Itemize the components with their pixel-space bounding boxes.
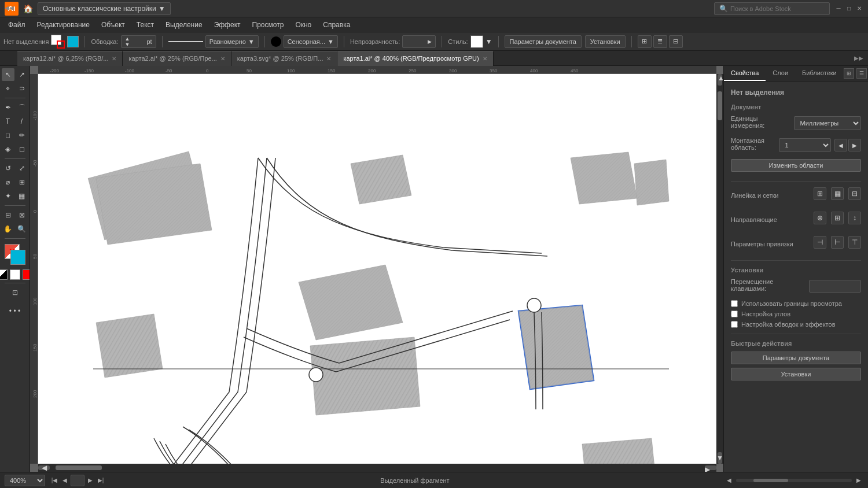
guide-icon-3[interactable]: ↕ [848,212,861,224]
change-areas-btn[interactable]: Изменить области [731,159,861,172]
arrange-btn-2[interactable]: ≣ [653,35,667,48]
panel-icon-2[interactable]: ☰ [856,68,867,79]
opacity-input[interactable]: 100% ▶ [402,35,436,48]
pencil-tool[interactable]: ✏ [16,129,28,142]
free-transform[interactable]: ⊞ [16,176,28,188]
zoom-tool[interactable]: 🔍 [16,223,28,235]
menu-effect[interactable]: Эффект [208,17,247,32]
tab-2[interactable]: карта3.svg* @ 25% (RGB/П... ✕ [231,51,338,66]
guide-icon-2[interactable]: ⊞ [831,212,844,224]
panel-tab-layers[interactable]: Слои [766,66,795,81]
guide-icon-1[interactable]: ⊕ [814,212,826,224]
scroll-thumb-bottom[interactable]: ▼ [718,452,722,464]
zoom-select[interactable]: 400% [5,475,45,486]
change-screen-mode[interactable]: ⊡ [9,286,21,299]
scroll-thumb-main[interactable] [718,91,722,120]
minimize-button[interactable]: ─ [834,5,843,13]
ruler-icon-2[interactable]: ▦ [831,187,844,200]
graph-tool[interactable]: ▦ [16,190,28,202]
more-tools-btn[interactable]: • • • [9,305,21,317]
search-input[interactable] [730,5,823,12]
pen-tool[interactable]: ✒ [2,101,14,114]
style-dropdown-icon[interactable]: ▼ [486,38,492,46]
fill-color[interactable] [51,35,65,49]
line-tool[interactable]: / [16,115,28,128]
magic-wand-tool[interactable]: ⌖ [2,82,14,95]
arrange-btn-1[interactable]: ⊞ [638,35,652,48]
view-bounds-checkbox[interactable] [731,300,738,307]
last-page-btn[interactable]: ▶| [96,476,105,485]
artboard-tool[interactable]: ⊟ [2,209,14,221]
none-color[interactable] [0,269,8,280]
menu-window[interactable]: Окно [289,17,317,32]
menu-help[interactable]: Справка [317,17,356,32]
corner-settings-checkbox[interactable] [731,310,738,317]
canvas-area[interactable]: -200-150-100 -50050 100150200 250300350 … [30,66,723,472]
units-select[interactable]: Миллиметры [794,116,862,130]
first-page-btn[interactable]: |◀ [50,476,59,485]
tab-0-close[interactable]: ✕ [112,56,116,62]
symbol-tool[interactable]: ✦ [2,190,14,202]
type-tool[interactable]: T [2,115,14,128]
scroll-thumb-top[interactable]: ▲ [718,74,722,86]
ruler-icon-3[interactable]: ⊟ [848,187,861,200]
prev-page-btn[interactable]: ◀ [60,476,69,485]
tabs-scroll-right[interactable]: ▶▶ [854,55,868,61]
tab-1[interactable]: карта2.ai* @ 25% (RGB/Пре... ✕ [123,51,231,66]
scale-tool[interactable]: ⤢ [16,162,28,175]
arrange-btn-3[interactable]: ⊟ [669,35,683,48]
hand-tool[interactable]: ✋ [2,223,14,235]
opacity-arrow[interactable]: ▶ [428,39,432,45]
eraser-tool[interactable]: ◻ [16,143,28,156]
home-icon[interactable]: 🏠 [23,4,33,13]
red-color[interactable] [23,269,31,280]
menu-view[interactable]: Просмотр [247,17,290,32]
doc-params-btn2[interactable]: Параметры документа [731,352,861,364]
panel-tab-properties[interactable]: Свойства [724,66,766,81]
lasso-tool[interactable]: ⊃ [16,82,28,95]
scroll-h-left[interactable]: ◀ [38,465,50,470]
menu-select[interactable]: Выделение [160,17,208,32]
curvature-tool[interactable]: ⌒ [16,101,28,114]
select-tool[interactable]: ↖ [2,68,14,81]
stroke-up-arrow[interactable]: ▲▼ [125,36,130,47]
warp-tool[interactable]: ⌀ [2,176,14,188]
artboard-prev[interactable]: ◀ [834,139,847,151]
menu-text[interactable]: Текст [131,17,160,32]
vertical-scrollbar[interactable]: ▲ ▼ [716,74,723,464]
menu-file[interactable]: Файл [2,17,31,32]
scroll-left-btn[interactable]: ◀ [724,476,734,485]
brush-select[interactable]: Сенсорная... ▼ [284,35,338,48]
snap-icon-2[interactable]: ⊢ [831,236,844,249]
tab-2-close[interactable]: ✕ [326,56,331,62]
tab-3[interactable]: карта1.ai* @ 400% (RGB/Предпросмотр GPU)… [337,51,493,66]
opacity-field[interactable]: 100% [406,38,426,45]
ruler-icon-1[interactable]: ⊞ [814,187,826,200]
stroke-width-field[interactable]: 2 [131,38,145,45]
keyboard-move-input[interactable]: 0,3528 mm [809,280,861,293]
search-bar[interactable]: 🔍 [714,2,830,15]
keyboard-move-field[interactable]: 0,3528 mm [813,283,854,290]
stroke-width-input[interactable]: ▲▼ 2 pt [121,35,156,48]
paint-bucket-tool[interactable]: ◈ [2,143,14,156]
close-button[interactable]: ✕ [855,5,863,13]
maximize-button[interactable]: □ [845,5,853,13]
setup-btn2[interactable]: Установки [731,368,861,380]
menu-edit[interactable]: Редактирование [31,17,95,32]
next-page-btn[interactable]: ▶ [86,476,95,485]
rotate-tool[interactable]: ↺ [2,162,14,175]
artboard-select[interactable]: 1 [779,138,832,152]
snap-icon-3[interactable]: ⊤ [848,236,861,249]
progress-bar[interactable] [736,479,852,482]
style-preview[interactable] [470,35,483,48]
scroll-h-thumb[interactable] [56,465,102,470]
page-input[interactable]: 1 [71,475,84,486]
rect-tool[interactable]: □ [2,129,14,142]
stroke-effects-checkbox[interactable] [731,321,738,328]
horizontal-scrollbar[interactable]: ◀ ▶ [38,464,716,472]
doc-params-button[interactable]: Параметры документа [505,35,582,48]
panel-tab-libraries[interactable]: Библиотеки [795,66,844,81]
tab-0[interactable]: карта12.ai* @ 6,25% (RGB/... ✕ [17,51,123,66]
panel-icon-1[interactable]: ⊞ [844,68,854,79]
tabs-scroll-left[interactable]: ◀◀ [5,0,14,15]
